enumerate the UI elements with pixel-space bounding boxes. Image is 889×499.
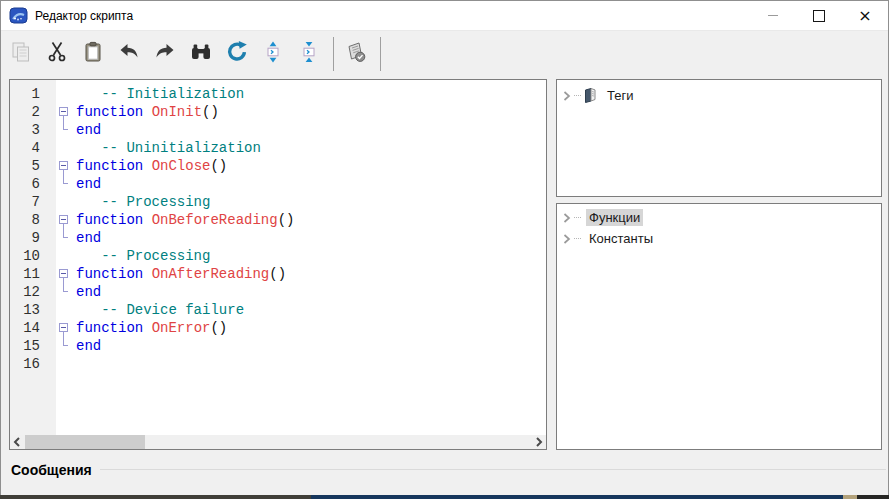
fold-margin — [56, 247, 76, 265]
code-text: -- Uninitialization — [76, 139, 261, 157]
code-segment: () — [278, 212, 295, 228]
scroll-right-button[interactable] — [532, 435, 546, 449]
code-segment: end — [76, 230, 101, 246]
expand-button[interactable] — [256, 35, 289, 73]
line-number: 11 — [10, 265, 56, 283]
horizontal-scrollbar[interactable] — [10, 435, 546, 449]
fold-margin — [56, 229, 76, 247]
editor-text-area[interactable]: 1 -- Initialization2function OnInit()3en… — [10, 80, 546, 435]
scroll-left-button[interactable] — [10, 435, 24, 449]
paste-button[interactable] — [76, 35, 109, 73]
code-line: 1 -- Initialization — [10, 85, 546, 103]
code-line: 5function OnClose() — [10, 157, 546, 175]
fold-margin — [56, 265, 76, 283]
minimize-button[interactable] — [750, 1, 796, 30]
undo-button[interactable] — [112, 35, 145, 73]
check-script-button[interactable] — [339, 35, 372, 73]
tree-item-constants[interactable]: Константы — [557, 228, 881, 249]
scissors-icon — [45, 40, 69, 68]
fold-toggle-icon[interactable] — [59, 107, 68, 116]
code-text: -- Processing — [76, 247, 210, 265]
line-number: 9 — [10, 229, 56, 247]
maximize-icon — [813, 10, 825, 22]
toolbar — [1, 31, 888, 77]
clipboard-icon — [81, 40, 105, 68]
fold-toggle-icon[interactable] — [59, 269, 68, 278]
messages-rule — [100, 469, 886, 470]
code-text: end — [76, 337, 101, 355]
fold-margin — [56, 355, 76, 373]
fold-margin — [56, 157, 76, 175]
expand-icon — [261, 40, 285, 68]
tree-connector — [574, 217, 581, 218]
redo-arrow-icon — [153, 40, 177, 68]
tree-item-tags[interactable]: Теги — [557, 85, 881, 106]
code-text: function OnError() — [76, 319, 227, 337]
code-segment: end — [76, 176, 101, 192]
code-text: -- Device failure — [76, 301, 244, 319]
code-segment: -- Processing — [76, 248, 210, 264]
code-segment: () — [269, 266, 286, 282]
code-segment: OnError — [152, 320, 211, 336]
code-segment: () — [210, 320, 227, 336]
tree-item-label: Функции — [586, 209, 643, 226]
code-text: function OnAfterReading() — [76, 265, 286, 283]
code-line: 10 -- Processing — [10, 247, 546, 265]
script-editor-window: Редактор скрипта × 1 -- Initialization2f… — [0, 0, 889, 495]
app-logo-icon — [9, 6, 28, 25]
code-segment: -- Device failure — [76, 302, 244, 318]
code-segment: function — [76, 104, 152, 120]
fold-margin — [56, 193, 76, 211]
redo-button[interactable] — [148, 35, 181, 73]
code-segment: OnInit — [152, 104, 202, 120]
fold-margin — [56, 319, 76, 337]
code-segment: end — [76, 122, 101, 138]
fold-toggle-icon[interactable] — [59, 323, 68, 332]
fold-toggle-icon[interactable] — [59, 161, 68, 170]
code-segment: OnBeforeReading — [152, 212, 278, 228]
find-button[interactable] — [184, 35, 217, 73]
scrollbar-thumb[interactable] — [25, 435, 145, 449]
code-segment: end — [76, 284, 101, 300]
tree-item-functions[interactable]: Функции — [557, 207, 881, 228]
fold-margin — [56, 337, 76, 355]
close-button[interactable]: × — [842, 1, 888, 30]
tree-connector — [574, 238, 581, 239]
chevron-right-icon[interactable] — [563, 212, 573, 224]
code-segment: end — [76, 338, 101, 354]
binoculars-icon — [189, 40, 213, 68]
library-panel: ФункцииКонстанты — [556, 203, 882, 450]
fold-toggle-icon[interactable] — [59, 215, 68, 224]
code-text: function OnInit() — [76, 103, 219, 121]
fold-margin — [56, 301, 76, 319]
fold-margin — [56, 283, 76, 301]
code-editor[interactable]: 1 -- Initialization2function OnInit()3en… — [9, 79, 547, 450]
toolbar-separator — [333, 37, 334, 71]
code-segment: () — [202, 104, 219, 120]
line-number: 12 — [10, 283, 56, 301]
code-text: end — [76, 283, 101, 301]
scrollbar-track[interactable] — [24, 435, 532, 449]
code-segment: OnClose — [152, 158, 211, 174]
cut-button[interactable] — [40, 35, 73, 73]
code-segment: OnAfterReading — [152, 266, 270, 282]
fold-end-marker — [63, 121, 68, 130]
code-line: 2function OnInit() — [10, 103, 546, 121]
chevron-right-icon[interactable] — [563, 90, 573, 102]
line-number: 7 — [10, 193, 56, 211]
code-line: 6end — [10, 175, 546, 193]
line-number: 15 — [10, 337, 56, 355]
fold-margin — [56, 139, 76, 157]
refresh-button[interactable] — [220, 35, 253, 73]
titlebar: Редактор скрипта × — [1, 1, 888, 31]
code-text: -- Processing — [76, 193, 210, 211]
code-segment: function — [76, 158, 152, 174]
collapse-button[interactable] — [292, 35, 325, 73]
tags-book-icon — [582, 88, 598, 104]
copy-button[interactable] — [4, 35, 37, 73]
code-line: 9end — [10, 229, 546, 247]
chevron-right-icon[interactable] — [563, 233, 573, 245]
maximize-button[interactable] — [796, 1, 842, 30]
window-title: Редактор скрипта — [35, 9, 133, 23]
code-line: 14function OnError() — [10, 319, 546, 337]
